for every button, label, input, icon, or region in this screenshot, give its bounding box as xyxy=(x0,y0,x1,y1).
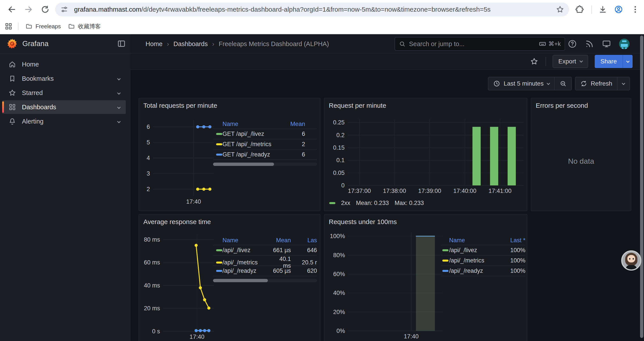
legend-row: /api/_/livez 100% xyxy=(441,245,526,256)
sidebar-item-starred[interactable]: Starred xyxy=(2,86,126,100)
y-axis-tick-label: 0.15 xyxy=(329,144,344,151)
sidebar-item-dashboards[interactable]: Dashboards xyxy=(2,100,126,114)
chart-requests-under-100ms[interactable]: 100%80%60%40%20%0%17:40 xyxy=(329,232,443,340)
legend-series-name[interactable]: GET /api/_/livez xyxy=(222,131,277,137)
chart-canvas[interactable] xyxy=(329,119,524,195)
profile-button[interactable] xyxy=(613,4,624,15)
avatar-pixel xyxy=(621,44,628,47)
scrollbar-thumb[interactable] xyxy=(213,279,268,282)
chart-request-per-minute[interactable]: 0.250.20.150.10.05017:37:0017:38:0017:39… xyxy=(329,119,524,195)
favorite-dashboard-button[interactable] xyxy=(529,57,539,66)
y-axis-tick-label: 80 ms xyxy=(143,236,160,243)
legend-header-name[interactable]: Name xyxy=(449,237,497,244)
legend-series-name[interactable]: 2xx xyxy=(341,200,350,206)
legend-scrollbar[interactable] xyxy=(213,279,317,282)
y-axis-tick-label: 0.1 xyxy=(329,157,344,164)
x-axis-tick-label: 17:38:00 xyxy=(377,188,412,194)
legend-series-name[interactable]: /api/_/metrics xyxy=(449,257,497,264)
breadcrumb-home[interactable]: Home xyxy=(146,40,162,48)
floating-assistant-avatar[interactable] xyxy=(621,250,641,270)
legend-series-name[interactable]: GET /api/_/metrics xyxy=(222,141,277,148)
series-color-chip xyxy=(216,154,222,156)
search-shortcut: ⌘+k xyxy=(539,40,561,48)
browser-reload-button[interactable] xyxy=(40,4,51,15)
news-rss-icon[interactable] xyxy=(585,39,594,49)
sidebar-item-home[interactable]: Home xyxy=(2,58,126,71)
y-axis-tick-label: 5 xyxy=(143,139,150,146)
kebab-menu-icon xyxy=(631,5,640,14)
user-avatar[interactable] xyxy=(619,39,630,49)
panel-title[interactable]: Request per minute xyxy=(329,102,386,109)
chevron-down-icon xyxy=(117,105,121,109)
monitor-icon[interactable] xyxy=(602,39,611,49)
share-dropdown-button[interactable] xyxy=(622,55,632,68)
breadcrumb-dashboards[interactable]: Dashboards xyxy=(174,40,208,48)
legend-last-value: 620 xyxy=(291,267,317,274)
browser-menu-button[interactable] xyxy=(630,4,641,15)
legend-series-name[interactable]: /api/_/livez xyxy=(449,247,497,254)
sidebar-item-bookmarks[interactable]: Bookmarks xyxy=(2,72,126,85)
url-bar[interactable]: grafana.mathmast.com/d/deytv4rwavabkb/fr… xyxy=(55,3,569,16)
avatar-shirt xyxy=(626,265,637,270)
grafana-logo[interactable] xyxy=(6,38,18,49)
zoom-out-icon xyxy=(560,80,566,87)
bookmark-star-icon[interactable] xyxy=(556,5,564,14)
legend-header-last[interactable]: Last * xyxy=(497,237,526,244)
panel-title[interactable]: Total requests per minute xyxy=(143,102,217,109)
bookmark-icon xyxy=(8,75,16,83)
bookmark-folder-blogs[interactable]: 收藏博客 xyxy=(68,23,101,30)
x-axis-tick-label: 17:41:00 xyxy=(482,188,518,194)
sidebar-collapse-icon[interactable] xyxy=(117,39,126,48)
scrollbar-thumb[interactable] xyxy=(213,163,274,166)
legend-header-mean[interactable]: Mean xyxy=(271,237,291,244)
panel-title[interactable]: Average response time xyxy=(143,218,211,226)
refresh-interval-dropdown[interactable] xyxy=(617,77,630,90)
search-box[interactable]: ⌘+k xyxy=(394,37,565,51)
share-button[interactable]: Share xyxy=(595,55,622,68)
nav-icons xyxy=(568,34,630,54)
legend-series-name[interactable]: /api/_/readyz xyxy=(222,267,271,274)
chart-average-response-time[interactable]: 80 ms60 ms40 ms20 ms0 s17:40 xyxy=(143,235,214,341)
chart-canvas[interactable] xyxy=(143,120,214,206)
series-color-chip xyxy=(442,260,448,261)
panel-title[interactable]: Requests under 100ms xyxy=(329,218,397,226)
legend-series-name[interactable]: /api/_/livez xyxy=(222,247,271,254)
panel-title[interactable]: Errors per second xyxy=(536,102,588,109)
time-range-picker[interactable]: Last 5 minutes xyxy=(488,77,554,90)
url-text[interactable]: grafana.mathmast.com/d/deytv4rwavabkb/fr… xyxy=(74,6,553,13)
refresh-button[interactable]: Refresh xyxy=(576,77,617,90)
dashboards-grid-icon xyxy=(8,103,16,111)
x-axis-tick-label: 17:40 xyxy=(394,333,429,340)
legend-header-name: Name xyxy=(222,237,271,244)
legend-header-name[interactable]: Name xyxy=(222,121,277,128)
bookmark-folder-freeleaps[interactable]: Freeleaps xyxy=(26,23,61,30)
bookmark-label: 收藏博客 xyxy=(78,23,101,30)
export-button[interactable]: Export xyxy=(552,55,588,68)
legend-series-name[interactable]: /api/_/metrics xyxy=(222,259,271,266)
sidebar-item-alerting[interactable]: Alerting xyxy=(2,115,126,128)
legend-row: GET /api/_/readyz 6 xyxy=(213,150,317,160)
legend-header-mean[interactable]: Mean xyxy=(277,121,305,128)
page-scrollbar-thumb[interactable] xyxy=(640,36,643,338)
help-icon[interactable] xyxy=(568,39,577,49)
browser-forward-button[interactable] xyxy=(23,4,34,15)
chart-total-requests[interactable]: 6543217:40 xyxy=(143,120,214,206)
search-input[interactable] xyxy=(409,40,539,48)
site-settings-icon[interactable] xyxy=(60,6,68,13)
browser-back-button[interactable] xyxy=(6,4,18,15)
sidebar-menu: Home Bookmarks Starred Dashboards Alerti… xyxy=(0,54,131,128)
legend-row: /api/_/metrics 100% xyxy=(441,256,526,266)
apps-grid-icon[interactable] xyxy=(4,22,13,31)
sidebar-item-label: Home xyxy=(22,61,39,68)
legend-last-value: 100% xyxy=(497,257,526,264)
downloads-button[interactable] xyxy=(597,4,608,15)
extensions-button[interactable] xyxy=(574,4,585,15)
zoom-out-button[interactable] xyxy=(554,77,572,90)
legend-header-last[interactable]: Las xyxy=(291,237,317,244)
chart-canvas[interactable] xyxy=(329,232,443,340)
legend-series-name[interactable]: GET /api/_/readyz xyxy=(222,151,277,158)
shortcut-text: ⌘+k xyxy=(548,40,561,47)
legend-scrollbar[interactable] xyxy=(213,163,317,166)
legend-series-name[interactable]: /api/_/readyz xyxy=(449,267,497,274)
legend-last-value: 100% xyxy=(497,247,526,254)
